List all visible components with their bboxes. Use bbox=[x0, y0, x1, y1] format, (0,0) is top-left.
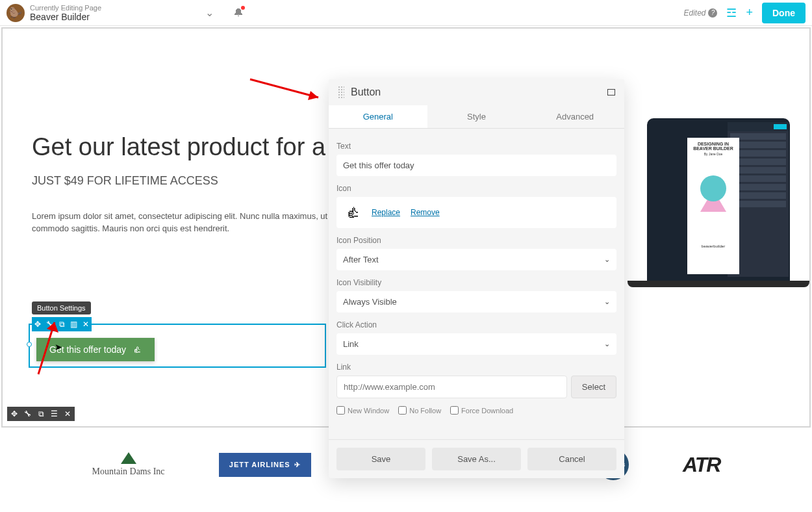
editing-label: Currently Editing Page bbox=[30, 4, 101, 12]
app-logo-icon: 🦫 bbox=[6, 4, 25, 22]
remove-icon[interactable]: ✕ bbox=[64, 409, 71, 418]
chevron-down-icon: ⌄ bbox=[604, 298, 610, 306]
logo-atr: ATR bbox=[683, 453, 720, 477]
logo-mountain: Mountain Dams Inc bbox=[92, 452, 165, 477]
cursor-icon: ➤ bbox=[55, 342, 62, 352]
drag-handle-icon[interactable] bbox=[338, 86, 344, 99]
help-icon[interactable]: ? bbox=[708, 8, 717, 18]
click-action-select[interactable]: Link⌄ bbox=[336, 333, 616, 355]
replace-link[interactable]: Replace bbox=[372, 208, 400, 217]
selected-module[interactable]: Button Settings ✥ 🔧︎ ⧉ ▥ ✕ Get this offe… bbox=[29, 324, 326, 368]
notification-icon[interactable]: 🔔︎ bbox=[233, 7, 244, 19]
text-input[interactable] bbox=[336, 155, 616, 176]
chevron-down-icon: ⌄ bbox=[604, 340, 610, 348]
settings-icon[interactable]: 🔧︎ bbox=[24, 409, 32, 418]
resize-handle-icon[interactable] bbox=[27, 342, 32, 347]
chevron-down-icon: ⌄ bbox=[604, 255, 610, 264]
module-tooltip: Button Settings bbox=[32, 301, 91, 314]
remove-link[interactable]: Remove bbox=[411, 208, 440, 217]
panel-tabs: General Style Advanced bbox=[329, 105, 624, 129]
top-bar: 🦫 Currently Editing Page Beaver Builder … bbox=[0, 0, 812, 26]
done-button[interactable]: Done bbox=[762, 3, 806, 23]
save-as-button[interactable]: Save As... bbox=[432, 448, 521, 470]
force-download-checkbox[interactable]: Force Download bbox=[450, 406, 513, 415]
tab-advanced[interactable]: Advanced bbox=[526, 105, 624, 128]
duplicate-icon[interactable]: ⧉ bbox=[38, 409, 44, 418]
label-text: Text bbox=[336, 142, 616, 151]
label-icon: Icon bbox=[336, 184, 616, 193]
label-click-action: Click Action bbox=[336, 320, 616, 329]
icon-position-select[interactable]: After Text⌄ bbox=[336, 249, 616, 270]
columns-icon[interactable]: ▥ bbox=[70, 320, 77, 329]
add-content-icon[interactable]: + bbox=[746, 6, 753, 19]
plane-icon: ✈︎ bbox=[294, 461, 301, 469]
icon-visibility-select[interactable]: Always Visible⌄ bbox=[336, 291, 616, 313]
move-icon[interactable]: ✥ bbox=[34, 320, 41, 329]
menu-icon[interactable]: ☰ bbox=[51, 409, 58, 418]
label-icon-visibility: Icon Visibility bbox=[336, 278, 616, 287]
cancel-button[interactable]: Cancel bbox=[527, 448, 616, 470]
remove-icon[interactable]: ✕ bbox=[82, 320, 89, 329]
new-window-checkbox[interactable]: New Window bbox=[336, 406, 389, 415]
logo-jett: JETT AIRLINES✈︎ bbox=[219, 453, 311, 477]
row-toolbar: ✥ 🔧︎ ⧉ ☰ ✕ bbox=[7, 407, 75, 421]
edited-status: Edited ? bbox=[683, 8, 717, 18]
laptop-mockup: DESIGNING IN BEAVER BUILDER By Jane Doe … bbox=[595, 118, 811, 352]
select-button[interactable]: Select bbox=[571, 376, 616, 398]
hero-description: Lorem ipsum dolor sit amet, consectetur … bbox=[32, 210, 331, 235]
expand-icon[interactable] bbox=[607, 89, 615, 96]
page-title: Beaver Builder bbox=[30, 12, 101, 22]
settings-panel: Button General Style Advanced Text Icon … bbox=[329, 79, 624, 478]
page-info[interactable]: Currently Editing Page Beaver Builder bbox=[30, 4, 101, 22]
settings-icon[interactable]: 🔧︎ bbox=[46, 320, 54, 329]
icon-field: 👍︎ Replace Remove bbox=[336, 197, 616, 228]
module-toolbar: ✥ 🔧︎ ⧉ ▥ ✕ bbox=[32, 317, 92, 331]
mountain-icon bbox=[121, 452, 136, 464]
outline-icon[interactable]: ☲ bbox=[726, 6, 737, 20]
duplicate-icon[interactable]: ⧉ bbox=[59, 320, 65, 329]
thumbs-up-icon: 👍︎ bbox=[133, 344, 142, 355]
label-link: Link bbox=[336, 363, 616, 372]
tab-style[interactable]: Style bbox=[427, 105, 526, 128]
panel-title: Button bbox=[351, 86, 381, 98]
move-icon[interactable]: ✥ bbox=[11, 409, 18, 418]
page-dropdown-icon[interactable]: ⌄ bbox=[205, 6, 214, 19]
no-follow-checkbox[interactable]: No Follow bbox=[398, 406, 441, 415]
thumbs-up-icon: 👍︎ bbox=[346, 203, 361, 222]
label-icon-position: Icon Position bbox=[336, 236, 616, 245]
save-button[interactable]: Save bbox=[336, 448, 425, 470]
tab-general[interactable]: General bbox=[329, 105, 427, 128]
link-input[interactable] bbox=[336, 376, 567, 398]
